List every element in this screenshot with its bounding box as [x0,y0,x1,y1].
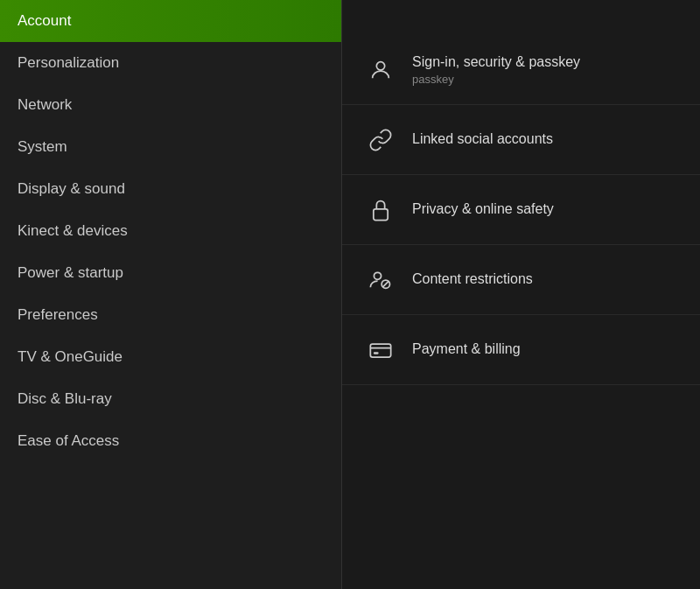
link-icon [363,123,398,158]
sidebar-item-personalization[interactable]: Personalization [0,42,341,84]
sidebar-label-personalization: Personalization [18,54,119,72]
payment-icon [363,333,398,368]
svg-rect-1 [374,208,388,220]
sidebar-item-account[interactable]: Account [0,0,341,42]
menu-item-payment-billing[interactable]: Payment & billing [342,315,700,385]
menu-item-text-linked-social: Linked social accounts [412,130,553,149]
sidebar-label-system: System [18,138,67,156]
sidebar-label-preferences: Preferences [18,306,98,324]
sidebar-item-tv-oneguide[interactable]: TV & OneGuide [0,336,341,378]
sidebar-item-network[interactable]: Network [0,84,341,126]
svg-point-0 [376,61,384,69]
menu-item-linked-social[interactable]: Linked social accounts [342,105,700,175]
menu-label-payment-billing: Payment & billing [412,340,521,359]
sidebar-item-ease-of-access[interactable]: Ease of Access [0,420,341,462]
person-icon [363,53,398,88]
sidebar-item-preferences[interactable]: Preferences [0,294,341,336]
menu-label-sign-in-security: Sign-in, security & passkey [412,53,580,72]
sidebar-item-display-sound[interactable]: Display & sound [0,168,341,210]
svg-point-2 [374,272,381,279]
sidebar-label-kinect-devices: Kinect & devices [18,222,128,240]
menu-label-linked-social: Linked social accounts [412,130,553,149]
menu-item-privacy-safety[interactable]: Privacy & online safety [342,175,700,245]
sidebar-item-disc-bluray[interactable]: Disc & Blu-ray [0,378,341,420]
menu-item-text-content-restrictions: Content restrictions [412,270,533,289]
menu-item-text-privacy-safety: Privacy & online safety [412,200,554,219]
sidebar-label-power-startup: Power & startup [18,264,123,282]
menu-sublabel-sign-in-security: passkey [412,73,580,86]
sidebar-label-network: Network [18,96,72,114]
menu-item-text-payment-billing: Payment & billing [412,340,521,359]
lock-icon [363,193,398,228]
sidebar-label-display-sound: Display & sound [18,180,125,198]
menu-label-privacy-safety: Privacy & online safety [412,200,554,219]
person-restrict-icon [363,263,398,298]
sidebar-item-system[interactable]: System [0,126,341,168]
svg-rect-4 [370,344,390,357]
menu-item-content-restrictions[interactable]: Content restrictions [342,245,700,315]
sidebar-label-account: Account [18,12,71,30]
menu-label-content-restrictions: Content restrictions [412,270,533,289]
sidebar-label-disc-bluray: Disc & Blu-ray [18,390,112,408]
main-content: Sign-in, security & passkeypasskey Linke… [342,0,700,589]
sidebar-item-kinect-devices[interactable]: Kinect & devices [0,210,341,252]
sidebar-label-tv-oneguide: TV & OneGuide [18,348,122,366]
sidebar-label-ease-of-access: Ease of Access [18,432,119,450]
menu-item-text-sign-in-security: Sign-in, security & passkeypasskey [412,53,580,87]
menu-item-sign-in-security[interactable]: Sign-in, security & passkeypasskey [342,35,700,105]
sidebar-item-power-startup[interactable]: Power & startup [0,252,341,294]
sidebar: AccountPersonalizationNetworkSystemDispl… [0,0,341,589]
